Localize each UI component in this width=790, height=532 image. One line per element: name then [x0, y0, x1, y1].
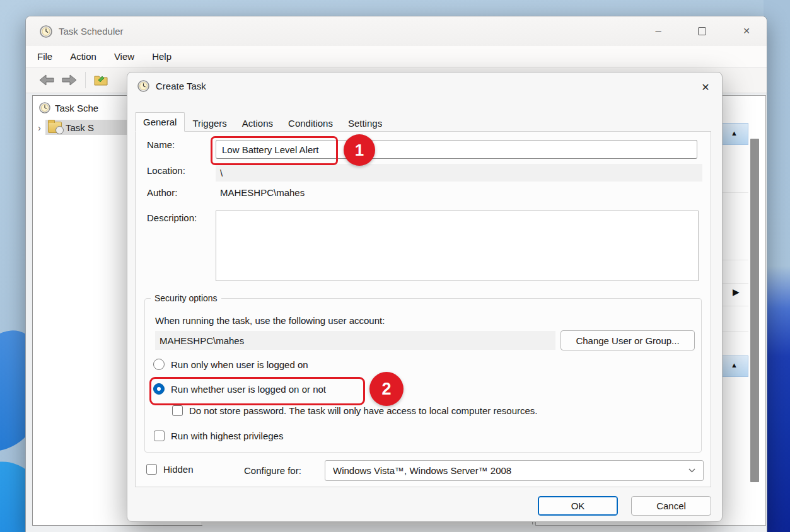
account-value: MAHESHPC\mahes — [160, 335, 244, 346]
task-scheduler-icon — [40, 25, 52, 38]
location-value-field: \ — [216, 164, 702, 182]
tree-item-task-scheduler-root[interactable]: Task Sche — [39, 102, 98, 113]
configure-for-value: Windows Vista™, Windows Server™ 2008 — [333, 465, 511, 476]
ok-button[interactable]: OK — [538, 496, 618, 516]
maximize-button[interactable] — [691, 21, 712, 40]
menu-view[interactable]: View — [114, 51, 134, 62]
dialog-close-button[interactable]: ✕ — [695, 78, 716, 96]
tab-conditions[interactable]: Conditions — [281, 115, 340, 131]
close-icon: ✕ — [701, 81, 709, 93]
menu-file[interactable]: File — [37, 51, 52, 62]
checkbox-highest-privileges[interactable]: Run with highest privileges — [154, 431, 283, 441]
radio-run-only-logged-on[interactable]: Run only when user is logged on — [153, 359, 308, 370]
account-value-field: MAHESHPC\mahes — [155, 331, 555, 350]
dialog-tabs: General Triggers Actions Conditions Sett… — [135, 112, 390, 131]
tab-general[interactable]: General — [135, 112, 185, 132]
tree-item-task-scheduler-library[interactable]: › Task S — [38, 120, 132, 135]
checkbox-label: Hidden — [163, 464, 194, 475]
tab-triggers[interactable]: Triggers — [185, 115, 234, 131]
tree-item-selected[interactable]: Task S — [45, 120, 132, 135]
name-value: Low Battery Level Alert — [222, 144, 318, 155]
account-hint: When running the task, use the following… — [155, 315, 385, 326]
radio-label: Run only when user is logged on — [171, 359, 308, 370]
back-icon[interactable] — [38, 74, 55, 86]
checkbox-label: Do not store password. The task will onl… — [189, 405, 537, 416]
window-title: Task Scheduler — [59, 26, 124, 37]
checkbox-hidden[interactable]: Hidden — [146, 464, 194, 475]
dialog-title-bar: Create Task — [137, 80, 206, 92]
minimize-icon: ─ — [655, 26, 661, 36]
menu-action[interactable]: Action — [70, 51, 96, 62]
annotation-step-badge: 2 — [369, 372, 404, 406]
chevron-right-icon[interactable]: › — [38, 122, 41, 133]
configure-for-dropdown[interactable]: Windows Vista™, Windows Server™ 2008 — [325, 460, 704, 481]
collapse-icon[interactable]: ▲ — [731, 361, 738, 369]
folder-clock-icon — [48, 122, 62, 133]
maximize-icon — [698, 27, 706, 35]
menu-help[interactable]: Help — [152, 51, 171, 62]
tab-actions[interactable]: Actions — [235, 115, 281, 131]
radio-icon[interactable] — [153, 359, 165, 370]
task-scheduler-window: Task Scheduler ─ ✕ File Action View Help — [25, 16, 767, 532]
import-task-folder-icon[interactable] — [93, 74, 108, 86]
description-label: Description: — [147, 212, 197, 223]
chevron-down-icon — [688, 468, 695, 473]
collapse-icon[interactable]: ▲ — [731, 129, 738, 137]
menu-bar: File Action View Help — [26, 46, 767, 67]
close-icon: ✕ — [743, 26, 750, 36]
desktop: Task Scheduler ─ ✕ File Action View Help — [0, 0, 790, 532]
minimize-button[interactable]: ─ — [648, 21, 669, 40]
description-textarea[interactable] — [216, 211, 699, 281]
task-scheduler-icon — [39, 102, 50, 113]
cancel-button[interactable]: Cancel — [631, 496, 711, 516]
checkbox-do-not-store-password[interactable]: Do not store password. The task will onl… — [172, 405, 537, 416]
radio-label: Run whether user is logged on or not — [171, 384, 326, 395]
create-task-dialog: Create Task ✕ General Triggers Actions C… — [127, 72, 723, 522]
location-label: Location: — [147, 165, 185, 176]
dialog-title: Create Task — [156, 81, 206, 91]
change-user-or-group-button[interactable]: Change User or Group... — [561, 330, 695, 350]
general-tab-page: Name: Low Battery Level Alert 1 Location… — [135, 131, 711, 487]
name-input[interactable]: Low Battery Level Alert — [216, 140, 697, 159]
toolbar-separator — [85, 72, 86, 88]
task-scheduler-icon — [137, 80, 149, 92]
author-value: MAHESHPC\mahes — [220, 187, 305, 198]
scrollbar[interactable] — [750, 139, 759, 482]
location-value: \ — [220, 168, 223, 178]
wallpaper-right-edge — [764, 0, 790, 532]
name-label: Name: — [147, 139, 175, 150]
radio-run-whether-logged[interactable]: Run whether user is logged on or not — [153, 383, 326, 395]
configure-for-label: Configure for: — [244, 465, 301, 476]
annotation-step-badge: 1 — [344, 134, 375, 166]
checkbox-label: Run with highest privileges — [171, 431, 283, 441]
checkbox-icon[interactable] — [154, 431, 165, 441]
checkbox-icon[interactable] — [146, 464, 157, 475]
forward-icon[interactable] — [61, 74, 78, 86]
tree-item-label: Task S — [66, 122, 94, 133]
tree-item-label: Task Sche — [55, 103, 98, 113]
close-button[interactable]: ✕ — [736, 21, 757, 40]
author-label: Author: — [147, 187, 177, 198]
security-options-legend: Security options — [151, 293, 221, 303]
radio-selected-icon[interactable] — [153, 383, 165, 395]
run-icon[interactable]: ▶ — [733, 287, 740, 297]
checkbox-icon[interactable] — [172, 405, 183, 416]
tab-settings[interactable]: Settings — [340, 115, 390, 131]
